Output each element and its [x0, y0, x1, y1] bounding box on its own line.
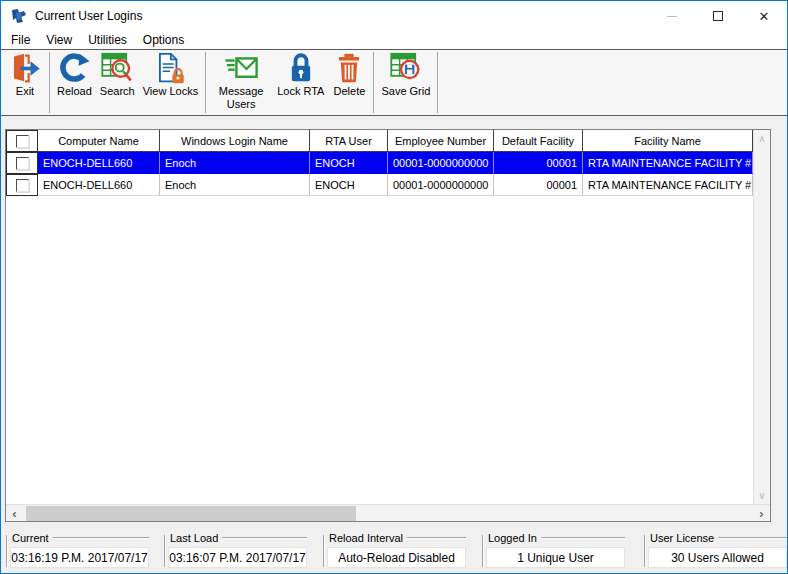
- row-checkbox[interactable]: [16, 179, 29, 192]
- menu-utilities[interactable]: Utilities: [80, 33, 135, 47]
- status-value-logged-in: 1 Unique User: [486, 547, 625, 568]
- cell-rta-user: ENOCH: [310, 174, 388, 196]
- status-label: Reload Interval: [326, 532, 407, 544]
- status-value-reload-interval: Auto-Reload Disabled: [327, 547, 466, 568]
- minimize-button[interactable]: [649, 1, 695, 31]
- app-logo-icon: [10, 7, 28, 25]
- envelope-icon: [224, 52, 258, 85]
- toolbar-separator: [49, 52, 50, 113]
- row-checkbox-cell[interactable]: [6, 174, 38, 196]
- row-checkbox[interactable]: [16, 157, 29, 170]
- save-grid-icon: [389, 52, 423, 85]
- toolbar-separator: [373, 52, 374, 113]
- column-header-default-facility[interactable]: Default Facility: [494, 130, 583, 152]
- toolbar-label: Delete: [334, 85, 366, 98]
- column-header-windows-login-name[interactable]: Windows Login Name: [160, 130, 310, 152]
- cell-facility-name: RTA MAINTENANCE FACILITY #: [583, 152, 753, 174]
- close-button[interactable]: ✕: [741, 1, 787, 31]
- status-label: Last Load: [167, 532, 222, 544]
- window-controls: ✕: [649, 1, 787, 31]
- close-icon: ✕: [759, 10, 770, 23]
- toolbar: Exit Reload Search: [1, 50, 787, 116]
- status-label: User License: [647, 532, 718, 544]
- scroll-left-icon[interactable]: ‹: [6, 505, 23, 521]
- column-header-rta-user[interactable]: RTA User: [310, 130, 388, 152]
- scroll-up-icon: ∧: [754, 130, 770, 147]
- view-locks-button[interactable]: View Locks: [139, 50, 202, 115]
- vertical-scrollbar: ∧ ∨: [753, 130, 770, 504]
- padlock-icon: [284, 52, 318, 85]
- search-button[interactable]: Search: [96, 50, 139, 115]
- menu-file[interactable]: File: [3, 33, 38, 47]
- message-users-button[interactable]: Message Users: [209, 50, 273, 115]
- table-row[interactable]: ENOCH-DELL660 Enoch ENOCH 00001-00000000…: [6, 152, 753, 174]
- maximize-button[interactable]: [695, 1, 741, 31]
- horizontal-scrollbar-thumb[interactable]: [26, 506, 356, 521]
- minimize-icon: [667, 16, 677, 17]
- select-all-cell[interactable]: [6, 130, 38, 152]
- table-row[interactable]: ENOCH-DELL660 Enoch ENOCH 00001-00000000…: [6, 174, 753, 196]
- toolbar-label: Exit: [16, 85, 34, 98]
- cell-employee-number: 00001-0000000000: [388, 152, 494, 174]
- column-header-computer-name[interactable]: Computer Name: [38, 130, 160, 152]
- status-label: Logged In: [485, 532, 541, 544]
- group-border: [6, 535, 8, 567]
- scroll-right-icon[interactable]: ›: [753, 505, 770, 521]
- maximize-icon: [713, 11, 723, 21]
- lock-rta-button[interactable]: Lock RTA: [273, 50, 328, 115]
- menu-view[interactable]: View: [38, 33, 80, 47]
- status-group-reload-interval: Reload Interval Auto-Reload Disabled: [323, 531, 466, 571]
- cell-computer-name: ENOCH-DELL660: [38, 152, 160, 174]
- group-border: [323, 535, 325, 567]
- toolbar-label: View Locks: [143, 85, 198, 98]
- titlebar: Current User Logins ✕: [1, 1, 787, 31]
- reload-button[interactable]: Reload: [53, 50, 96, 115]
- exit-door-icon: [8, 52, 42, 85]
- cell-computer-name: ENOCH-DELL660: [38, 174, 160, 196]
- group-border: [644, 535, 646, 567]
- cell-windows-login-name: Enoch: [160, 174, 310, 196]
- horizontal-scrollbar[interactable]: ‹ ›: [6, 504, 770, 521]
- column-header-employee-number[interactable]: Employee Number: [388, 130, 494, 152]
- toolbar-separator: [437, 52, 438, 113]
- save-grid-button[interactable]: Save Grid: [377, 50, 434, 115]
- toolbar-label: Message Users: [213, 85, 269, 111]
- row-checkbox-cell[interactable]: [6, 152, 38, 174]
- window-title: Current User Logins: [35, 9, 142, 23]
- statusbar: Current 03:16:19 P.M. 2017/07/17 Last Lo…: [1, 523, 787, 573]
- group-border: [164, 535, 166, 567]
- cell-employee-number: 00001-0000000000: [388, 174, 494, 196]
- document-lock-icon: [153, 52, 187, 85]
- group-border: [718, 537, 787, 539]
- group-border: [541, 537, 625, 539]
- status-group-current: Current 03:16:19 P.M. 2017/07/17: [6, 531, 149, 571]
- toolbar-label: Save Grid: [381, 85, 430, 98]
- grid-header-row: Computer Name Windows Login Name RTA Use…: [6, 130, 753, 152]
- scroll-down-icon: ∨: [754, 487, 770, 504]
- select-all-checkbox[interactable]: [16, 135, 29, 148]
- group-border: [482, 535, 484, 567]
- cell-rta-user: ENOCH: [310, 152, 388, 174]
- toolbar-label: Reload: [57, 85, 92, 98]
- toolbar-label: Search: [100, 85, 135, 98]
- menubar: File View Utilities Options: [1, 31, 787, 50]
- search-grid-icon: [100, 52, 134, 85]
- status-group-last-load: Last Load 03:16:07 P.M. 2017/07/17: [164, 531, 307, 571]
- status-value-current-time: 03:16:19 P.M. 2017/07/17: [10, 547, 149, 568]
- exit-button[interactable]: Exit: [4, 50, 46, 115]
- reload-icon: [57, 52, 91, 85]
- window: Current User Logins ✕ File View Utilitie…: [0, 0, 788, 574]
- status-group-user-license: User License 30 Users Allowed: [644, 531, 787, 571]
- user-logins-grid: Computer Name Windows Login Name RTA Use…: [5, 129, 771, 522]
- toolbar-separator: [205, 52, 206, 113]
- group-border: [407, 537, 466, 539]
- status-value-user-license: 30 Users Allowed: [648, 547, 787, 568]
- status-group-logged-in: Logged In 1 Unique User: [482, 531, 625, 571]
- delete-button[interactable]: Delete: [328, 50, 370, 115]
- group-border: [222, 537, 307, 539]
- toolbar-label: Lock RTA: [277, 85, 324, 98]
- trash-icon: [332, 52, 366, 85]
- group-border: [53, 537, 149, 539]
- column-header-facility-name[interactable]: Facility Name: [583, 130, 753, 152]
- menu-options[interactable]: Options: [135, 33, 192, 47]
